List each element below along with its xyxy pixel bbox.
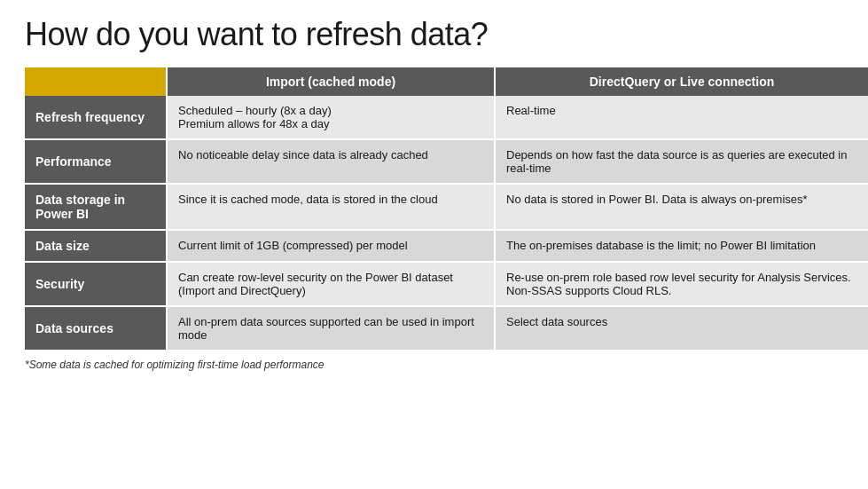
table-row: PerformanceNo noticeable delay since dat… bbox=[25, 139, 868, 184]
header-direct: DirectQuery or Live connection bbox=[495, 67, 868, 96]
row-import: Current limit of 1GB (compressed) per mo… bbox=[167, 230, 495, 262]
row-direct: Re-use on-prem role based row level secu… bbox=[495, 262, 868, 306]
comparison-table: Import (cached mode) DirectQuery or Live… bbox=[25, 67, 868, 351]
page: How do you want to refresh data? Import … bbox=[0, 0, 868, 489]
row-import: Scheduled – hourly (8x a day)Premium all… bbox=[167, 96, 495, 139]
row-direct: Real-time bbox=[495, 96, 868, 139]
row-import: Can create row-level security on the Pow… bbox=[167, 262, 495, 306]
row-label: Data storage in Power BI bbox=[25, 184, 167, 230]
row-direct: Select data sources bbox=[495, 306, 868, 351]
footnote: *Some data is cached for optimizing firs… bbox=[25, 359, 843, 371]
page-title: How do you want to refresh data? bbox=[25, 16, 843, 53]
row-label: Data size bbox=[25, 230, 167, 262]
row-direct: No data is stored in Power BI. Data is a… bbox=[495, 184, 868, 230]
header-import: Import (cached mode) bbox=[167, 67, 495, 96]
header-row: Import (cached mode) DirectQuery or Live… bbox=[25, 67, 868, 96]
row-import: Since it is cached mode, data is stored … bbox=[167, 184, 495, 230]
table-row: Refresh frequencyScheduled – hourly (8x … bbox=[25, 96, 868, 139]
table-row: Data storage in Power BISince it is cach… bbox=[25, 184, 868, 230]
row-direct: The on-premises database is the limit; n… bbox=[495, 230, 868, 262]
header-label bbox=[25, 67, 167, 96]
row-import: All on-prem data sources supported can b… bbox=[167, 306, 495, 351]
row-label: Security bbox=[25, 262, 167, 306]
table-row: Data sourcesAll on-prem data sources sup… bbox=[25, 306, 868, 351]
row-label: Refresh frequency bbox=[25, 96, 167, 139]
table-row: Data sizeCurrent limit of 1GB (compresse… bbox=[25, 230, 868, 262]
table-row: SecurityCan create row-level security on… bbox=[25, 262, 868, 306]
row-import: No noticeable delay since data is alread… bbox=[167, 139, 495, 184]
table-wrapper: Import (cached mode) DirectQuery or Live… bbox=[25, 67, 843, 371]
row-label: Data sources bbox=[25, 306, 167, 351]
row-direct: Depends on how fast the data source is a… bbox=[495, 139, 868, 184]
row-label: Performance bbox=[25, 139, 167, 184]
